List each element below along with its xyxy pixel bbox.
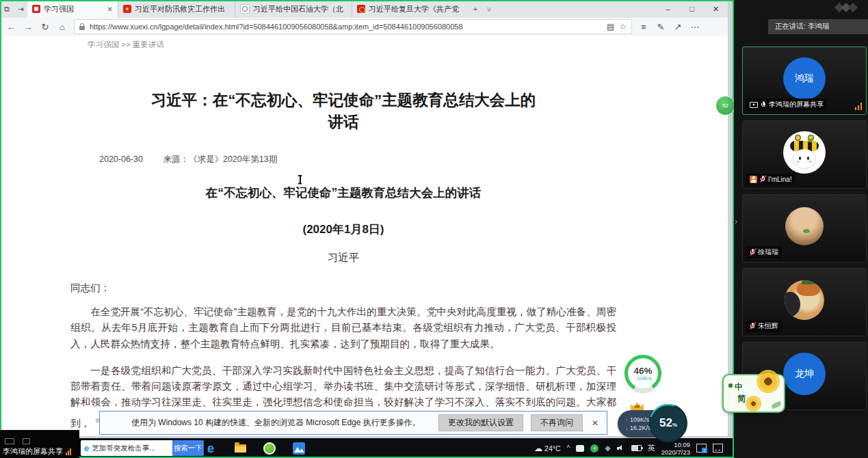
sunflower-icon (748, 399, 759, 409)
speech-date: (2020年1月8日) (70, 221, 616, 237)
annotate-pen-icon[interactable]: ✎ (655, 22, 666, 32)
mic-icon (761, 100, 766, 109)
ime-status-widget[interactable]: 中 简 (722, 374, 785, 413)
panel-collapse-icon[interactable]: › (735, 216, 737, 226)
taskbar-search[interactable]: e 芝加哥突发枪击事... 搜索一下 (81, 440, 204, 456)
favorite-star-icon[interactable]: ☆ (619, 22, 627, 31)
minimize-button[interactable]: – (656, 0, 680, 18)
input-language[interactable]: 英 (648, 443, 655, 453)
participant-name: 徐瑞瑞 (758, 247, 778, 257)
hub-icon[interactable]: ≡ (638, 22, 649, 32)
tab-list-button[interactable]: ∨ (482, 0, 496, 18)
volume-icon[interactable] (617, 444, 625, 452)
floating-ball-widget[interactable]: 52 (715, 96, 734, 116)
xuexi-favicon (32, 5, 40, 13)
tile-label: 徐瑞瑞 (746, 246, 782, 258)
forward-icon[interactable]: → (23, 22, 34, 32)
tab-preview-icon[interactable]: ⧉ (0, 0, 14, 18)
tab-xuexi[interactable]: 学习强国 ✕ (27, 0, 118, 18)
taskbar-apps: e (202, 438, 307, 458)
change-default-button[interactable]: 更改我的默认设置 (438, 414, 523, 431)
tab-shiyou[interactable]: 习近平给中国石油大学（北 (235, 0, 352, 18)
maximize-button[interactable]: □ (680, 0, 704, 18)
breadcrumb[interactable]: 学习强国 >> 重要讲话 (88, 40, 728, 50)
set-tabs-aside-icon[interactable]: ⇥ (14, 0, 27, 18)
window-controls: – □ ✕ (656, 0, 728, 18)
download-value: 16.2K/s (630, 425, 651, 431)
edge-e-icon: e (84, 443, 89, 453)
close-button[interactable]: ✕ (704, 0, 728, 18)
edge-glyph: e (207, 442, 214, 455)
file-explorer-icon[interactable] (232, 438, 248, 458)
url-text[interactable]: https://www.xuexi.cn/lgpage/detail/index… (90, 23, 602, 31)
weather-widget[interactable]: ☁ 24°C (534, 444, 560, 453)
tray-diamond-icon[interactable]: ◆ (605, 444, 610, 453)
article-source: 来源：《求是》2020年第13期 (163, 154, 277, 164)
reading-view-icon[interactable]: ▤ (607, 22, 614, 31)
badge-count: 2 (702, 448, 707, 453)
avatar: 鸿瑞 (783, 57, 826, 100)
search-field[interactable]: e 芝加哥突发枪击事... (81, 440, 172, 456)
share-label: 李鸿瑞的屏幕共享 (3, 446, 63, 457)
article-title: 习近平：在“不忘初心、牢记使命”主题教育总结大会上的 讲话 (70, 90, 616, 133)
address-bar[interactable]: https://www.xuexi.cn/lgpage/detail/index… (74, 19, 632, 34)
video-tile-xuruirui[interactable]: 徐瑞瑞 (742, 194, 867, 262)
headband (802, 280, 817, 284)
tab-fudan[interactable]: 习近平给复旦大学《共产党 (352, 0, 469, 18)
sunflower-icon (759, 373, 777, 390)
green-ball-glyph (263, 442, 276, 455)
text-cursor (298, 175, 302, 184)
dont-ask-button[interactable]: 不再询问 (531, 414, 583, 431)
folder-glyph (235, 444, 246, 453)
share-icon[interactable]: ↗ (672, 22, 683, 32)
tray-expand-icon[interactable]: ^ (567, 444, 570, 452)
share-label-row: 李鸿瑞的屏幕共享 (3, 446, 77, 457)
progress-ring-widget[interactable]: 46% ↓104K/s (624, 355, 661, 392)
taskbar-clock[interactable]: 10:09 2020/7/23 (661, 441, 690, 456)
tray-green-plus-icon[interactable]: + (590, 444, 599, 453)
search-text[interactable]: 芝加哥突发枪击事... (92, 444, 155, 453)
share-thumbnail (3, 437, 77, 446)
guest-badge-icon (750, 176, 757, 183)
lock-icon (79, 26, 85, 30)
tray-white-icon[interactable] (576, 445, 584, 452)
web-page: 学习强国 >> 重要讲话 习近平：在“不忘初心、牢记使命”主题教育总结大会上的 … (0, 36, 728, 436)
publish-date: 2020-06-30 (99, 154, 143, 164)
new-tab-button[interactable]: + (469, 0, 482, 18)
memory-percent: 52 (659, 416, 672, 430)
temperature: 24°C (544, 444, 560, 453)
weather-cloud-icon: ☁ (534, 444, 542, 453)
clock-date: 2020/7/23 (661, 448, 690, 456)
speed-ball-widget[interactable]: ↑ 109K/s ↓ 16.2K/s VIP 52 % (618, 404, 686, 441)
banner-close-icon[interactable]: ✕ (592, 418, 599, 428)
action-center-icon[interactable] (713, 444, 723, 453)
tabbar-spacer (496, 0, 656, 18)
blue-m-app-icon[interactable] (291, 438, 307, 458)
more-menu-icon[interactable]: ⋯ (689, 22, 700, 32)
battery-icon[interactable] (631, 445, 642, 451)
green-app-icon[interactable] (261, 438, 278, 458)
tab-close-icon[interactable]: ✕ (107, 5, 113, 13)
tile-label: 李鸿瑞的屏幕共享 (746, 98, 827, 111)
sunflower-leaf (771, 401, 782, 409)
shared-desktop: ⧉ ⇥ 学习强国 ✕ 习近平对防汛救灾工作作出 习近平给中国石油大学（北 (0, 0, 734, 458)
search-button[interactable]: 搜索一下 (172, 440, 204, 456)
edge-app-icon[interactable]: e (202, 438, 219, 458)
home-icon[interactable]: ⌂ (57, 22, 68, 32)
back-icon[interactable]: ← (5, 22, 16, 32)
salutation: 同志们： (70, 282, 616, 295)
screen-share-preview[interactable]: 李鸿瑞的屏幕共享 (0, 430, 79, 458)
video-tile-hongrui[interactable]: 鸿瑞 李鸿瑞的屏幕共享 (742, 46, 867, 115)
window-switch-icon[interactable]: 2 (696, 444, 707, 453)
tab-fangxun[interactable]: 习近平对防汛救灾工作作出 (118, 0, 235, 18)
audio-level-icon (66, 448, 71, 455)
video-tile-zhuhenghui[interactable]: 朱恒辉 (742, 268, 867, 336)
video-tile-lina[interactable]: I'mLina! (742, 120, 867, 189)
refresh-icon[interactable]: ↻ (40, 22, 51, 32)
memory-percent-ball[interactable]: 52 % (649, 404, 687, 442)
article-title-line2: 讲话 (70, 111, 616, 133)
avatar-photo (785, 280, 824, 320)
avatar-bee (783, 131, 826, 174)
down-arrow-icon: ↓ (625, 425, 629, 431)
clipped-line-text: 到， (70, 416, 90, 431)
